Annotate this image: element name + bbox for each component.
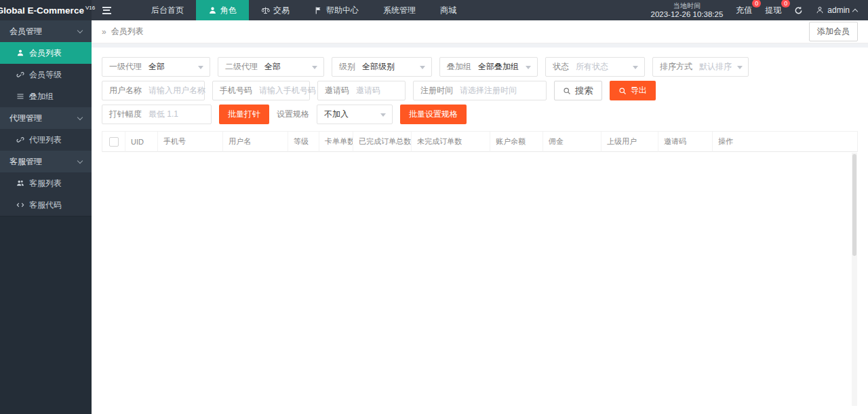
link-icon [16,71,24,79]
search-button[interactable]: 搜索 [554,81,602,100]
app-logo-text: Global E-Commerce [0,5,84,16]
menu-item-label: 角色 [220,5,237,16]
list-icon [16,92,24,100]
filter-row-batch: 打针幅度 最低 1.1 批量打针 设置规格 不加入 批量设置规格 [102,105,858,124]
username-input[interactable]: 用户名称 请输入用户名称 [102,81,205,100]
status-select[interactable]: 状态 所有状态 [545,57,645,77]
scrollbar-thumb[interactable] [852,154,856,256]
chevron-down-icon [77,27,83,33]
inject-range-input[interactable]: 打针幅度 最低 1.1 [102,105,212,124]
search-button-label: 搜索 [575,85,593,97]
menu-item-help[interactable]: 帮助中心 [302,0,371,20]
navbar-right: 当地时间 2023-12-26 10:38:25 充值 0 提现 0 admin [651,0,868,20]
breadcrumb: » 会员列表 添加会员 [92,20,868,43]
register-time-input[interactable]: 注册时间 请选择注册时间 [413,81,547,100]
local-time-value: 2023-12-26 10:38:25 [651,10,724,19]
people-icon [16,179,24,187]
user-menu[interactable]: admin [816,5,857,15]
menu-item-label: 商城 [440,5,456,16]
add-member-button[interactable]: 添加会员 [809,22,858,41]
export-button[interactable]: 导出 [610,81,656,100]
code-icon [16,201,24,209]
sidebar-item-member-list[interactable]: 会员列表 [0,42,92,64]
filter-row-inputs: 用户名称 请输入用户名称 手机号码 请输入手机号码 邀请码 邀请码 注册时间 请… [102,81,858,100]
batch-spec-button[interactable]: 批量设置规格 [400,105,467,124]
batch-spec-label: 批量设置规格 [409,109,458,120]
select-all-cell [102,132,125,152]
menu-item-system[interactable]: 系统管理 [371,0,428,20]
filter-row-selects: 一级代理 全部 二级代理 全部 级别 全部级别 叠加组 全部叠加组 状态 [102,57,858,77]
menu-item-label: 后台首页 [151,5,184,16]
app-logo: Global E-CommerceV16 [0,0,92,20]
batch-inject-label: 批量打针 [228,109,260,120]
batch-inject-button[interactable]: 批量打针 [219,105,269,124]
input-label: 打针幅度 [102,109,149,120]
sidebar-group-label: 代理管理 [9,113,42,124]
level1-agent-select[interactable]: 一级代理 全部 [102,57,210,77]
menu-item-dashboard[interactable]: 后台首页 [139,0,196,20]
input-placeholder: 请选择注册时间 [460,85,546,96]
page-title: 会员列表 [111,26,144,37]
sidebar-item-label: 叠加组 [29,91,54,102]
menu-item-trade[interactable]: 交易 [249,0,302,20]
col-uncompleted: 未完成订单数 [412,132,490,152]
refresh-icon[interactable] [794,6,803,15]
col-completed-total: 已完成订单总数 [353,132,412,152]
recharge-link[interactable]: 充值 0 [736,5,752,16]
input-placeholder: 邀请码 [356,85,405,96]
breadcrumb-symbol: » [102,27,106,37]
menu-item-roles[interactable]: 角色 [196,0,249,20]
recharge-label: 充值 [736,5,752,15]
sidebar-item-label: 客服代码 [29,200,62,211]
select-label: 一级代理 [102,61,149,73]
sidebar-item-service-code[interactable]: 客服代码 [0,194,92,216]
overlay-group-select[interactable]: 叠加组 全部叠加组 [439,57,538,77]
select-value: 全部 [149,61,193,73]
export-button-label: 导出 [631,85,647,96]
invite-code-input[interactable]: 邀请码 邀请码 [317,81,406,100]
select-label: 排序方式 [653,61,699,73]
input-label: 邀请码 [318,85,356,96]
menu-item-label: 系统管理 [383,5,416,16]
sidebar-group-agent-mgmt[interactable]: 代理管理 [0,107,92,129]
input-label: 用户名称 [102,85,149,96]
select-value: 默认排序 [699,61,732,73]
menu-item-mall[interactable]: 商城 [428,0,469,20]
select-label: 级别 [332,61,362,73]
sidebar-item-member-level[interactable]: 会员等级 [0,64,92,86]
main-content: » 会员列表 添加会员 一级代理 全部 二级代理 全部 级别 全部级别 叠加组 [92,20,868,414]
recharge-badge: 0 [752,0,761,7]
hamburger-icon[interactable] [92,0,121,20]
col-uid: UID [125,132,158,152]
chevron-down-icon [380,113,386,119]
sidebar-item-label: 代理列表 [29,134,62,146]
sidebar-group-service-mgmt[interactable]: 客服管理 [0,151,92,172]
sidebar-group-member-mgmt[interactable]: 会员管理 [0,20,92,42]
user-icon [208,6,217,15]
select-all-checkbox[interactable] [109,137,119,147]
select-label: 状态 [546,61,576,73]
sidebar-item-overlay-group[interactable]: 叠加组 [0,86,92,107]
chevron-down-icon [633,66,638,72]
col-username: 用户名 [223,132,288,152]
sidebar-item-service-list[interactable]: 客服列表 [0,172,92,194]
chevron-down-icon [77,114,83,119]
level-select[interactable]: 级别 全部级别 [332,57,432,77]
withdraw-link[interactable]: 提现 0 [765,5,781,16]
table-scrollbar[interactable] [852,153,857,406]
chevron-down-icon [77,157,83,163]
input-label: 手机号码 [213,85,259,96]
sidebar-filler [0,216,92,414]
main-menu: 后台首页 角色 交易 帮助中心 系统管理 商城 [139,0,469,20]
level2-agent-select[interactable]: 二级代理 全部 [218,57,324,77]
sidebar-group-label: 会员管理 [9,26,42,37]
menu-item-label: 帮助中心 [326,5,359,16]
phone-input[interactable]: 手机号码 请输入手机号码 [212,81,310,100]
sidebar-item-agent-list[interactable]: 代理列表 [0,129,92,151]
sort-select[interactable]: 排序方式 默认排序 [652,57,749,77]
col-stuck-orders: 卡单单数 [319,132,353,152]
sidebar: 会员管理 会员列表 会员等级 叠加组 代理管理 代理列表 客服管理 客服列表 客… [0,20,92,414]
spec-select[interactable]: 不加入 [317,105,393,124]
select-value: 全部级别 [362,61,414,73]
col-balance: 账户余额 [490,132,543,152]
